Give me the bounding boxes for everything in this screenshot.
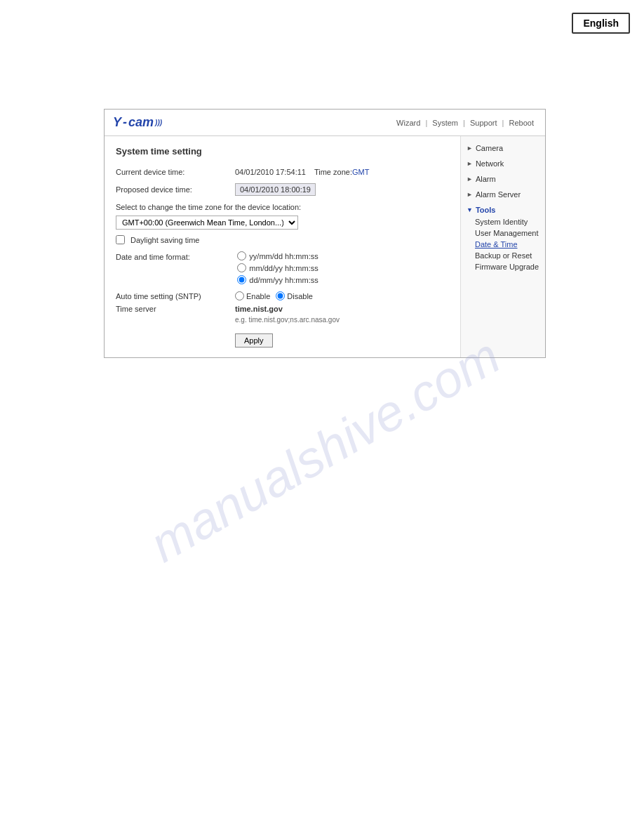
- alarm-server-arrow-icon: ►: [467, 191, 473, 198]
- time-server-value: time.nist.gov: [235, 305, 283, 313]
- format-radio-0[interactable]: [237, 251, 246, 260]
- sidebar-item-camera[interactable]: ► Camera: [465, 142, 541, 154]
- sntp-disable-radio[interactable]: [276, 291, 285, 300]
- sidebar-subitem-date-time[interactable]: Date & Time: [465, 239, 541, 250]
- proposed-time-label: Proposed device time:: [116, 185, 235, 194]
- daylight-saving-label: Daylight saving time: [130, 236, 199, 244]
- timezone-prefix: Time zone:: [314, 168, 352, 176]
- current-time-value: 04/01/2010 17:54:11: [235, 168, 306, 176]
- datetime-format-section: Date and time format: yy/mm/dd hh:mm:ss …: [116, 251, 449, 284]
- format-option-1[interactable]: mm/dd/yy hh:mm:ss: [237, 263, 318, 272]
- format-radio-1[interactable]: [237, 263, 246, 272]
- sidebar-subitem-system-identity[interactable]: System Identity: [465, 216, 541, 227]
- sntp-options: Enable Disable: [235, 291, 313, 300]
- sntp-row: Auto time setting (SNTP) Enable Disable: [116, 291, 449, 300]
- sntp-enable-label: Enable: [246, 292, 270, 300]
- main-panel: System time setting Current device time:…: [105, 136, 461, 357]
- format-radio-2[interactable]: [237, 275, 246, 284]
- alarm-arrow-icon: ►: [467, 176, 473, 183]
- sidebar-section-tools: ▼ Tools System Identity User Management …: [465, 204, 541, 272]
- format-option-0[interactable]: yy/mm/dd hh:mm:ss: [237, 251, 318, 260]
- sntp-label: Auto time setting (SNTP): [116, 292, 235, 300]
- proposed-time-value: 04/01/2010 18:00:19: [235, 183, 316, 196]
- nav-system[interactable]: System: [432, 119, 458, 127]
- logo: Y - cam ))): [113, 115, 162, 130]
- sidebar-alarm-label: Alarm: [476, 175, 496, 183]
- daylight-saving-checkbox[interactable]: [116, 235, 125, 244]
- tools-arrow-icon: ▼: [467, 206, 473, 213]
- camera-arrow-icon: ►: [467, 145, 473, 152]
- sidebar-alarm-server-label: Alarm Server: [476, 190, 521, 199]
- time-server-row: Time server time.nist.gov: [116, 305, 449, 313]
- sntp-enable-option[interactable]: Enable: [235, 291, 270, 300]
- sidebar-subitem-backup-reset[interactable]: Backup or Reset: [465, 250, 541, 261]
- sidebar-tools-label: Tools: [476, 206, 496, 214]
- sntp-enable-radio[interactable]: [235, 291, 244, 300]
- sidebar-camera-label: Camera: [476, 144, 503, 152]
- sidebar-section-alarm: ► Alarm: [465, 173, 541, 185]
- top-nav-bar: Y - cam ))) Wizard | System | Support | …: [105, 110, 545, 136]
- nav-wizard[interactable]: Wizard: [396, 119, 420, 127]
- logo-dash: -: [123, 115, 127, 130]
- network-arrow-icon: ►: [467, 160, 473, 167]
- format-label-1: mm/dd/yy hh:mm:ss: [249, 264, 318, 272]
- timezone-value: GMT: [352, 168, 369, 176]
- sidebar-item-tools[interactable]: ▼ Tools: [465, 204, 541, 216]
- sidebar-subitem-user-management[interactable]: User Management: [465, 227, 541, 239]
- daylight-saving-row: Daylight saving time: [116, 235, 449, 244]
- logo-y: Y: [113, 115, 121, 130]
- apply-button[interactable]: Apply: [235, 333, 273, 348]
- proposed-time-row: Proposed device time: 04/01/2010 18:00:1…: [116, 183, 449, 196]
- browser-frame: Y - cam ))) Wizard | System | Support | …: [104, 109, 546, 358]
- sidebar-subitem-firmware-upgrade[interactable]: Firmware Upgrade: [465, 261, 541, 272]
- logo-wifi-icon: ))): [155, 119, 162, 126]
- timezone-select[interactable]: GMT+00:00 (Greenwich Mean Time, London..…: [116, 216, 298, 230]
- timezone-select-row: GMT+00:00 (Greenwich Mean Time, London..…: [116, 216, 449, 230]
- timezone-note: Select to change the time zone for the d…: [116, 203, 449, 211]
- sidebar-section-alarm-server: ► Alarm Server: [465, 188, 541, 201]
- english-button[interactable]: English: [572, 13, 630, 34]
- format-label-0: yy/mm/dd hh:mm:ss: [249, 252, 318, 260]
- current-time-row: Current device time: 04/01/2010 17:54:11…: [116, 168, 449, 176]
- sidebar: ► Camera ► Network ► Alarm: [461, 136, 545, 357]
- time-server-label: Time server: [116, 305, 235, 313]
- sidebar-network-label: Network: [476, 159, 504, 168]
- nav-support[interactable]: Support: [470, 119, 497, 127]
- nav-reboot[interactable]: Reboot: [509, 119, 534, 127]
- datetime-format-label: Date and time format:: [116, 251, 235, 261]
- format-option-2[interactable]: dd/mm/yy hh:mm:ss: [237, 275, 318, 284]
- current-time-label: Current device time:: [116, 168, 235, 176]
- logo-cam: cam: [128, 115, 154, 130]
- time-server-hint: e.g. time.nist.gov;ns.arc.nasa.gov: [235, 316, 449, 324]
- format-label-2: dd/mm/yy hh:mm:ss: [249, 276, 318, 284]
- sidebar-item-alarm[interactable]: ► Alarm: [465, 173, 541, 185]
- page-title: System time setting: [116, 146, 449, 157]
- sntp-disable-label: Disable: [287, 292, 313, 300]
- sntp-disable-option[interactable]: Disable: [276, 291, 313, 300]
- sidebar-section-camera: ► Camera: [465, 142, 541, 154]
- language-selector[interactable]: English: [572, 13, 630, 34]
- format-radio-group: yy/mm/dd hh:mm:ss mm/dd/yy hh:mm:ss dd/m…: [237, 251, 318, 284]
- sidebar-item-alarm-server[interactable]: ► Alarm Server: [465, 188, 541, 201]
- nav-links: Wizard | System | Support | Reboot: [394, 119, 537, 127]
- sidebar-item-network[interactable]: ► Network: [465, 157, 541, 170]
- sidebar-section-network: ► Network: [465, 157, 541, 170]
- content-area: System time setting Current device time:…: [105, 136, 545, 357]
